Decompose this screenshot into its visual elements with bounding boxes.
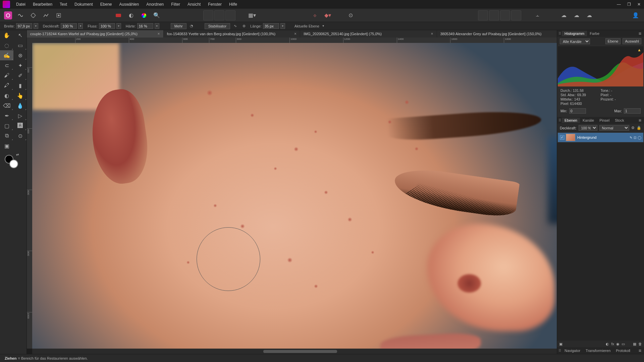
layers-opacity-select[interactable]: 100 % [579,125,597,131]
layer-adjust-icon[interactable]: ◐ [606,342,609,346]
panel-grip-icon[interactable]: ⠿ [558,349,562,353]
width-dropdown[interactable]: ▼ [34,23,38,29]
color-picker-icon[interactable]: 🔍 [152,11,161,20]
align-left-icon[interactable]: ⫠ [533,11,542,20]
tab-color[interactable]: Farbe [587,31,602,36]
min-input[interactable] [569,108,586,114]
channel-select[interactable]: Alle Kanäle [560,39,590,44]
maximize-button[interactable]: ❐ [624,0,634,9]
menu-bearbeiten[interactable]: Bearbeiten [30,1,56,8]
layer-delete-icon[interactable]: 🗑 [638,342,642,346]
bottom-options-icon[interactable]: ≡ [637,349,643,352]
mesh-tool[interactable]: ⊙ [13,131,27,141]
color-wells[interactable]: ⇄ [5,155,26,175]
wet-edges-icon[interactable]: ◔ [189,23,195,29]
ruler-horizontal[interactable]: 200 400 600 700 800 1000 1200 1400 1600 … [32,38,568,43]
snapping-icon[interactable]: ▦▾ [248,11,256,20]
doc-tab-3[interactable]: IMG_20200625_205140.jpg [Geändert] (75,0… [300,30,437,38]
layers-options-icon[interactable]: ≡ [637,119,643,122]
opacity-input[interactable] [61,23,77,29]
dodge-tool[interactable]: ◐ [0,90,13,101]
hardness-dropdown[interactable]: ▼ [155,23,159,29]
arrange-4[interactable] [511,10,521,20]
snap-btn-3[interactable] [225,10,235,20]
layers-lock-icon[interactable]: 🔒 [637,126,641,130]
paint-brush-tool[interactable]: 🖌 [0,70,13,80]
layer-mask-icon[interactable]: ▣ [559,342,562,346]
arrange-2[interactable] [489,10,499,20]
menu-auswaehlen[interactable]: Auswählen [116,1,142,8]
layer-row[interactable]: ✓ Hintergrund ✎ ⊡ ◯ [558,133,643,142]
doc-tab-2-close-icon[interactable]: × [294,32,297,36]
stabilizer-button[interactable]: Stabilisator [205,23,230,29]
clone-tool[interactable]: ⊛ [13,50,27,60]
tab-channels[interactable]: Kanäle [580,118,597,123]
lasso-tool[interactable]: ⊂ [0,60,13,70]
text-tool[interactable]: 🅰 [13,121,27,131]
opacity-dropdown[interactable]: ▼ [78,23,83,29]
menu-filter[interactable]: Filter [168,1,183,8]
snap-btn-1[interactable] [203,10,213,20]
histogram-selection-button[interactable]: Auswahl [623,38,641,44]
crop-tool[interactable]: ⧉ [0,131,13,141]
layer-name[interactable]: Hintergrund [577,135,630,139]
node-tool[interactable]: ▷ [13,111,27,121]
layer-link-icon[interactable]: ⊡ [634,136,636,139]
length-dropdown[interactable]: ▼ [280,23,285,29]
menu-hilfe[interactable]: Hilfe [226,1,240,8]
cloud-1-icon[interactable]: ☁ [559,11,568,20]
color-wheel-icon[interactable] [140,11,148,20]
flood-select-tool[interactable]: ✦ [13,60,27,70]
pen-tool[interactable]: ✒ [0,111,13,121]
tab-transform[interactable]: Transformieren [583,348,613,353]
layer-fx-icon[interactable]: ◯ [638,136,641,139]
layers-cog-icon[interactable]: ⚙ [631,126,635,130]
menu-fenster[interactable]: Fenster [205,1,225,8]
arrange-3[interactable] [500,10,510,20]
ruler-vertical[interactable]: 200 400 600 800 1000 [27,43,32,349]
menu-text[interactable]: Text [56,1,70,8]
tab-brushes[interactable]: Pinsel [597,118,612,123]
blur-tool[interactable]: 💧 [13,101,27,111]
zoom-tool[interactable]: ▣ [0,141,13,151]
cloud-3-icon[interactable]: ☁ [585,11,594,20]
eyedropper-small-icon[interactable]: ◐ [127,11,136,20]
color-swatch-icon[interactable] [114,11,123,20]
hardness-input[interactable] [137,23,153,29]
clipping-warning-icon[interactable]: ▲ [637,48,641,52]
record-macro-icon[interactable]: ⊙ [346,11,355,20]
layer-edit-icon[interactable]: ✎ [630,136,632,139]
arrange-1[interactable] [478,10,488,20]
length-input[interactable] [263,23,279,29]
fill-tool[interactable]: 🖍 [0,80,13,90]
layers-empty-area[interactable] [557,143,644,341]
doc-tab-2[interactable]: fox-1540833 Yvette van den Berg pixabay.… [164,30,301,38]
doc-tab-3-close-icon[interactable]: × [431,32,433,36]
healing-brush-tool[interactable]: ✍ [0,50,13,60]
target-label[interactable]: Aktuelle Ebene [294,24,319,28]
target-dropdown-icon[interactable]: ▼ [322,24,325,27]
eyedropper-tool[interactable]: ✐ [13,70,27,80]
background-color[interactable] [9,160,18,168]
menu-dokument[interactable]: Dokument [71,1,96,8]
persona-tone-icon[interactable] [42,11,50,20]
panel-options-icon[interactable]: ≡ [637,32,643,35]
smudge-tool[interactable]: 👆 [13,90,27,101]
layer-live-icon[interactable]: ◉ [616,342,620,346]
close-button[interactable]: ✕ [634,0,644,9]
tab-layers[interactable]: Ebenen [562,118,580,123]
menu-ebene[interactable]: Ebene [97,1,115,8]
persona-photo-icon[interactable] [4,11,12,19]
tab-navigator[interactable]: Navigator [562,348,583,353]
tab-stock[interactable]: Stock [612,118,627,123]
menu-ansicht[interactable]: Ansicht [184,1,204,8]
menu-anordnen[interactable]: Anordnen [143,1,167,8]
persona-export-icon[interactable] [54,11,63,20]
gradient-tool[interactable]: ▮ [13,80,27,90]
flow-input[interactable] [99,23,115,29]
more-button[interactable]: Mehr [171,23,186,29]
tab-history[interactable]: Protokoll [613,348,633,353]
flow-dropdown[interactable]: ▼ [116,23,121,29]
eraser-tool[interactable]: ⌫ [0,101,13,111]
layer-add-icon[interactable]: ▦ [633,342,636,346]
